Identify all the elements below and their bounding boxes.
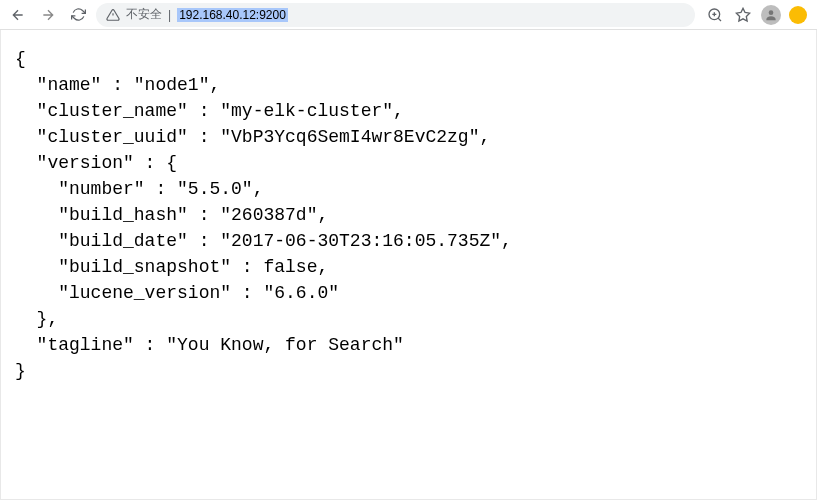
bookmark-button[interactable] xyxy=(733,5,753,25)
back-button[interactable] xyxy=(6,3,30,27)
zoom-icon xyxy=(707,7,723,23)
security-label: 不安全 xyxy=(126,6,162,23)
warning-icon xyxy=(106,8,120,22)
json-response: { "name" : "node1", "cluster_name" : "my… xyxy=(0,30,817,500)
address-bar[interactable]: 不安全 | 192.168.40.12:9200 xyxy=(96,3,695,27)
toolbar-right xyxy=(701,5,811,25)
profile-avatar[interactable] xyxy=(761,5,781,25)
browser-toolbar: 不安全 | 192.168.40.12:9200 xyxy=(0,0,817,30)
reload-button[interactable] xyxy=(66,3,90,27)
svg-marker-1 xyxy=(736,8,749,21)
svg-point-2 xyxy=(769,10,774,15)
url-text: 192.168.40.12:9200 xyxy=(177,8,288,22)
arrow-right-icon xyxy=(40,7,56,23)
star-icon xyxy=(735,7,751,23)
arrow-left-icon xyxy=(10,7,26,23)
forward-button[interactable] xyxy=(36,3,60,27)
zoom-button[interactable] xyxy=(705,5,725,25)
reload-icon xyxy=(71,7,86,22)
separator: | xyxy=(168,8,171,22)
notification-dot[interactable] xyxy=(789,6,807,24)
user-icon xyxy=(764,8,778,22)
